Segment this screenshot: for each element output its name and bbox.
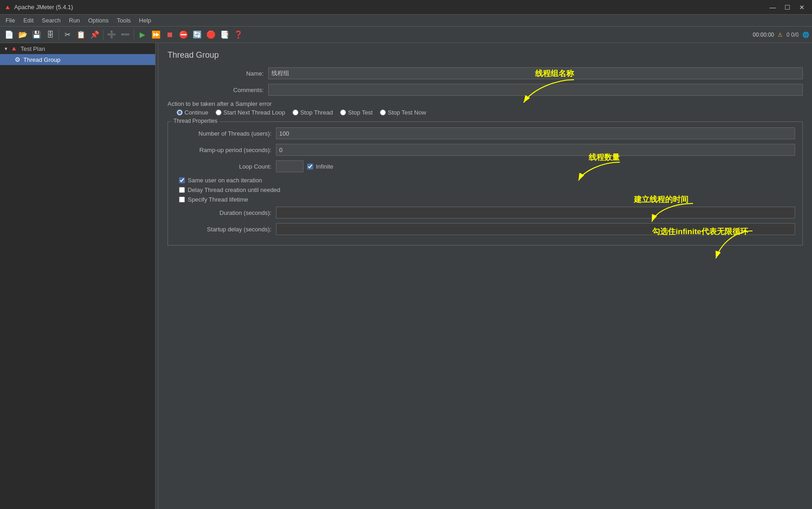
radio-stop-thread-input[interactable] xyxy=(292,109,298,115)
menu-options[interactable]: Options xyxy=(84,16,112,25)
delay-thread-label[interactable]: Delay Thread creation until needed xyxy=(175,186,795,193)
arrow-thread-count xyxy=(574,158,656,185)
comments-row: Comments: xyxy=(168,84,803,96)
toolbar-cut[interactable]: ✂ xyxy=(61,28,74,41)
loop-count-row: Loop Count: Infinite xyxy=(175,160,795,172)
name-row: Name: xyxy=(168,67,803,79)
globe-icon: 🌐 xyxy=(802,32,809,38)
ramp-up-row: Ramp-up period (seconds): xyxy=(175,144,795,156)
radio-stop-thread[interactable]: Stop Thread xyxy=(292,109,333,116)
radio-stop-test-input[interactable] xyxy=(340,109,346,115)
threads-label: Number of Threads (users): xyxy=(175,130,276,137)
toolbar-start[interactable]: ▶ xyxy=(136,28,149,41)
radio-stop-thread-label: Stop Thread xyxy=(300,109,333,116)
toolbar-save[interactable]: 💾 xyxy=(30,28,43,41)
panel-title: Thread Group xyxy=(168,50,803,60)
timer-display: 00:00:00 xyxy=(753,32,774,38)
menu-bar: File Edit Search Run Options Tools Help xyxy=(0,15,812,27)
content-panel: Thread Group Name: Comments: Action to b… xyxy=(158,43,812,509)
radio-stop-test-label: Stop Test xyxy=(348,109,373,116)
radio-stop-test-now-input[interactable] xyxy=(380,109,386,115)
toolbar-paste[interactable]: 📌 xyxy=(88,28,101,41)
comments-label: Comments: xyxy=(168,87,268,93)
toolbar-shutdown[interactable]: ⛔ xyxy=(177,28,190,41)
maximize-button[interactable]: ☐ xyxy=(781,3,794,12)
specify-lifetime-checkbox[interactable] xyxy=(179,197,185,203)
expand-icon: ▼ xyxy=(4,46,8,51)
toolbar-stop[interactable]: ⏹ xyxy=(163,28,176,41)
radio-start-next-loop-input[interactable] xyxy=(216,109,222,115)
toolbar-templates[interactable]: 📑 xyxy=(218,28,231,41)
arrow-ramp-up-time xyxy=(647,199,720,226)
delay-thread-text: Delay Thread creation until needed xyxy=(188,186,280,193)
threads-row: Number of Threads (users): xyxy=(175,127,795,139)
toolbar-add[interactable]: ➕ xyxy=(105,28,118,41)
radio-continue[interactable]: Continue xyxy=(177,109,208,116)
toolbar-open[interactable]: 📂 xyxy=(16,28,29,41)
toolbar-help[interactable]: ❓ xyxy=(232,28,245,41)
ramp-up-input[interactable] xyxy=(276,144,795,156)
toolbar-copy[interactable]: 📋 xyxy=(75,28,87,41)
infinite-label: Infinite xyxy=(316,163,333,170)
menu-edit[interactable]: Edit xyxy=(20,16,37,25)
arrow-thread-group-name xyxy=(519,71,620,107)
action-label: Action to be taken after a Sampler error xyxy=(168,100,803,107)
toolbar-start-no-pause[interactable]: ⏩ xyxy=(150,28,162,41)
sidebar-item-thread-group[interactable]: ⚙ Thread Group xyxy=(0,54,155,65)
app-title: Apache JMeter (5.4.1) xyxy=(14,4,73,11)
menu-help[interactable]: Help xyxy=(135,16,155,25)
action-radio-group: Continue Start Next Thread Loop Stop Thr… xyxy=(168,109,803,116)
infinite-checkbox-label[interactable]: Infinite xyxy=(307,163,333,170)
toolbar-right: 00:00:00 ⚠ 0 0/0 🌐 xyxy=(753,32,809,38)
toolbar-remote-start[interactable]: 🔄 xyxy=(191,28,204,41)
startup-delay-label: Startup delay (seconds): xyxy=(175,226,276,233)
run-count: 0 0/0 xyxy=(786,32,799,38)
sidebar-label-thread-group: Thread Group xyxy=(23,56,60,63)
sidebar-item-test-plan[interactable]: ▼ 🔺 Test Plan xyxy=(0,43,155,54)
same-user-checkbox[interactable] xyxy=(179,177,185,183)
title-bar: 🔺 Apache JMeter (5.4.1) — ☐ ✕ xyxy=(0,0,812,15)
toolbar: 📄 📂 💾 🗄 ✂ 📋 📌 ➕ ➖ ▶ ⏩ ⏹ ⛔ 🔄 🛑 📑 ❓ 00:00:… xyxy=(0,27,812,43)
specify-lifetime-text: Specify Thread lifetime xyxy=(188,196,248,203)
close-button[interactable]: ✕ xyxy=(796,3,808,12)
ramp-up-label: Ramp-up period (seconds): xyxy=(175,147,276,153)
main-layout: ▼ 🔺 Test Plan ⚙ Thread Group Thread Grou… xyxy=(0,43,812,509)
toolbar-remove[interactable]: ➖ xyxy=(119,28,132,41)
radio-start-next-loop-label: Start Next Thread Loop xyxy=(223,109,285,116)
title-bar-left: 🔺 Apache JMeter (5.4.1) xyxy=(4,4,73,11)
thread-properties-section: Thread Properties Number of Threads (use… xyxy=(168,121,803,246)
menu-run[interactable]: Run xyxy=(65,16,84,25)
menu-file[interactable]: File xyxy=(2,16,19,25)
toolbar-new[interactable]: 📄 xyxy=(3,28,16,41)
sidebar-label-test-plan: Test Plan xyxy=(21,45,45,52)
title-bar-controls: — ☐ ✕ xyxy=(766,3,808,12)
toolbar-save-all[interactable]: 🗄 xyxy=(44,28,57,41)
menu-tools[interactable]: Tools xyxy=(113,16,134,25)
radio-stop-test-now-label: Stop Test Now xyxy=(388,109,426,116)
radio-stop-test[interactable]: Stop Test xyxy=(340,109,373,116)
radio-stop-test-now[interactable]: Stop Test Now xyxy=(380,109,426,116)
name-label: Name: xyxy=(168,70,268,77)
test-plan-icon: 🔺 xyxy=(10,45,18,52)
same-user-text: Same user on each iteration xyxy=(188,177,262,184)
section-legend: Thread Properties xyxy=(172,118,219,124)
arrow-infinite-loop xyxy=(711,226,775,263)
threads-input[interactable] xyxy=(276,127,795,139)
radio-continue-label: Continue xyxy=(184,109,208,116)
same-user-label[interactable]: Same user on each iteration xyxy=(175,177,795,184)
infinite-checkbox[interactable] xyxy=(307,164,313,170)
delay-thread-checkbox[interactable] xyxy=(179,187,185,193)
loop-count-label: Loop Count: xyxy=(175,163,276,170)
duration-label: Duration (seconds): xyxy=(175,209,276,216)
thread-group-icon: ⚙ xyxy=(15,56,21,63)
loop-count-input[interactable] xyxy=(276,160,303,172)
app-icon: 🔺 xyxy=(4,4,11,11)
loop-row: Infinite xyxy=(276,160,333,172)
warning-icon: ⚠ xyxy=(778,32,783,38)
toolbar-remote-stop[interactable]: 🛑 xyxy=(205,28,217,41)
sidebar: ▼ 🔺 Test Plan ⚙ Thread Group xyxy=(0,43,156,509)
radio-continue-input[interactable] xyxy=(177,109,183,115)
radio-start-next-loop[interactable]: Start Next Thread Loop xyxy=(216,109,285,116)
menu-search[interactable]: Search xyxy=(38,16,64,25)
minimize-button[interactable]: — xyxy=(766,3,779,12)
